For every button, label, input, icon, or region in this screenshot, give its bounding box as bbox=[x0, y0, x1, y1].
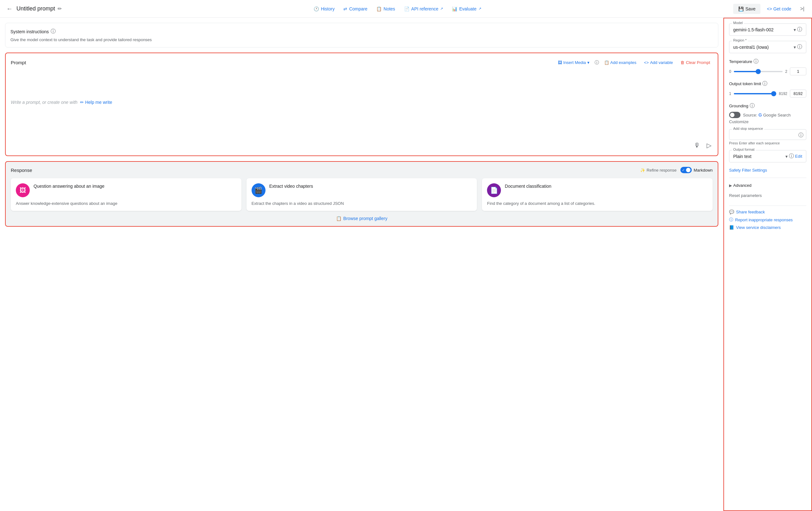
grounding-section: Grounding ⓘ Source: G Google Search Cust… bbox=[729, 103, 806, 124]
api-reference-label: API reference bbox=[411, 6, 439, 11]
share-feedback-link[interactable]: 💬 Share feedback bbox=[729, 209, 806, 214]
model-select[interactable]: gemini-1.5-flash-002 bbox=[733, 27, 792, 32]
customize-link[interactable]: Customize bbox=[729, 119, 806, 124]
help-me-write-button[interactable]: ✏ Help me write bbox=[80, 100, 112, 105]
output-token-min: 1 bbox=[729, 91, 731, 96]
clear-prompt-label: Clear Prompt bbox=[686, 60, 710, 65]
response-section: Response ✨ Refine response ✓ Markdown bbox=[5, 161, 718, 227]
temperature-help-icon[interactable]: ⓘ bbox=[753, 58, 758, 65]
back-button[interactable]: ← bbox=[5, 4, 14, 13]
temperature-value: 1 bbox=[790, 67, 806, 75]
model-help-icon[interactable]: ⓘ bbox=[797, 26, 802, 33]
markdown-label: Markdown bbox=[694, 168, 713, 173]
header-right: 💾 Save <> Get code >| bbox=[733, 3, 807, 14]
stop-seq-field-group: Add stop sequence ⓘ bbox=[729, 129, 806, 140]
markdown-toggle-label[interactable]: ✓ Markdown bbox=[680, 167, 713, 173]
safety-filter-link[interactable]: Safety Filter Settings bbox=[729, 168, 767, 173]
collapse-button[interactable]: >| bbox=[798, 3, 807, 14]
card-doc-classification-top: 📄 Document classification bbox=[487, 183, 707, 197]
divider-1 bbox=[729, 178, 806, 178]
nav-history[interactable]: 🕐 History bbox=[310, 4, 339, 14]
nav-notes[interactable]: 📋 Notes bbox=[373, 4, 399, 14]
browse-gallery-button[interactable]: 📋 Browse prompt gallery bbox=[336, 216, 387, 221]
nav-api-reference[interactable]: 📄 API reference ↗ bbox=[400, 4, 447, 14]
prompt-section: Prompt 🖼 Insert Media ▾ ⓘ 📋 Add examples… bbox=[5, 53, 718, 156]
microphone-icon: 🎙 bbox=[694, 142, 700, 149]
add-examples-button[interactable]: 📋 Add examples bbox=[602, 58, 639, 67]
add-variable-button[interactable]: <> Add variable bbox=[641, 58, 675, 67]
card-doc-classification-title: Document classification bbox=[505, 183, 551, 190]
model-field: Model gemini-1.5-flash-002 ▾ ⓘ bbox=[729, 23, 806, 36]
response-title: Response bbox=[11, 168, 640, 173]
refine-label: Refine response bbox=[646, 168, 676, 173]
add-variable-label: Add variable bbox=[650, 60, 673, 65]
region-select[interactable]: us-central1 (Iowa) bbox=[733, 45, 792, 50]
google-g-icon: G bbox=[758, 112, 762, 117]
save-button[interactable]: 💾 Save bbox=[733, 4, 761, 14]
browse-gallery-icon: 📋 bbox=[336, 216, 342, 221]
response-actions: ✨ Refine response ✓ Markdown bbox=[640, 167, 713, 173]
grounding-source-name: Google Search bbox=[763, 113, 791, 117]
send-button[interactable]: ▷ bbox=[705, 140, 713, 150]
stop-seq-label: Add stop sequence bbox=[732, 126, 764, 131]
region-row: us-central1 (Iowa) ▾ ⓘ bbox=[733, 44, 802, 50]
output-token-slider[interactable] bbox=[734, 93, 777, 94]
share-feedback-icon: 💬 bbox=[729, 209, 734, 214]
report-inappropriate-label: Report inappropriate responses bbox=[735, 218, 793, 222]
card-qa-image-top: 🖼 Question answering about an image bbox=[16, 183, 236, 197]
temperature-min: 0 bbox=[729, 69, 731, 74]
insert-media-label: Insert Media bbox=[563, 60, 586, 65]
microphone-button[interactable]: 🎙 bbox=[693, 140, 701, 150]
page-title: Untitled prompt bbox=[17, 5, 55, 12]
get-code-button[interactable]: <> Get code bbox=[763, 4, 795, 14]
grounding-toggle[interactable] bbox=[729, 112, 741, 118]
trash-icon: 🗑 bbox=[680, 60, 685, 65]
stop-sequence-field: Add stop sequence ⓘ Press Enter after ea… bbox=[729, 129, 806, 145]
output-format-dropdown-icon: ▾ bbox=[785, 154, 788, 159]
report-inappropriate-icon: ⓘ bbox=[729, 217, 733, 223]
model-field-group: Model gemini-1.5-flash-002 ▾ ⓘ bbox=[729, 23, 806, 36]
output-format-label: Output format bbox=[732, 147, 756, 151]
edit-title-icon[interactable]: ✏ bbox=[58, 6, 62, 12]
output-format-select[interactable]: Plain text bbox=[733, 154, 784, 159]
notes-label: Notes bbox=[383, 6, 395, 11]
card-video-chapters[interactable]: 🎬 Extract video chapters Extract the cha… bbox=[246, 178, 477, 211]
evaluate-external-icon: ↗ bbox=[478, 7, 481, 11]
nav-compare[interactable]: ⇄ Compare bbox=[340, 4, 371, 14]
reset-parameters-link[interactable]: Reset parameters bbox=[729, 193, 762, 198]
card-qa-image[interactable]: 🖼 Question answering about an image Answ… bbox=[11, 178, 241, 211]
pencil-icon: ✏ bbox=[80, 100, 84, 105]
advanced-row[interactable]: ▶ Advanced bbox=[729, 183, 806, 188]
region-help-icon[interactable]: ⓘ bbox=[797, 44, 802, 50]
report-inappropriate-link[interactable]: ⓘ Report inappropriate responses bbox=[729, 217, 806, 223]
edit-output-format-link[interactable]: Edit bbox=[795, 154, 802, 159]
view-disclaimers-link[interactable]: 📘 View service disclaimers bbox=[729, 225, 806, 230]
add-examples-icon: 📋 bbox=[604, 60, 609, 65]
output-token-help-icon[interactable]: ⓘ bbox=[762, 80, 767, 87]
insert-media-help-icon[interactable]: ⓘ bbox=[594, 60, 599, 65]
system-instructions-description: Give the model context to understand the… bbox=[10, 37, 713, 42]
prompt-area[interactable]: Write a prompt, or create one with ✏ Hel… bbox=[11, 70, 713, 134]
grounding-source: Source: G Google Search bbox=[743, 112, 790, 117]
system-instructions-section: System instructions ⓘ Give the model con… bbox=[5, 23, 718, 48]
insert-media-icon: 🖼 bbox=[558, 60, 562, 65]
refine-response-button[interactable]: ✨ Refine response bbox=[640, 168, 676, 173]
prompt-placeholder: Write a prompt, or create one with ✏ Hel… bbox=[11, 70, 713, 134]
suggestion-cards: 🖼 Question answering about an image Answ… bbox=[11, 178, 713, 211]
system-instructions-help-icon[interactable]: ⓘ bbox=[51, 28, 56, 35]
save-icon: 💾 bbox=[738, 6, 744, 11]
markdown-toggle[interactable]: ✓ bbox=[680, 167, 692, 173]
temperature-slider[interactable] bbox=[734, 71, 783, 72]
card-doc-classification[interactable]: 📄 Document classification Find the categ… bbox=[482, 178, 713, 211]
card-doc-classification-desc: Find the category of a document among a … bbox=[487, 201, 707, 206]
nav-evaluate[interactable]: 📊 Evaluate ↗ bbox=[448, 4, 485, 14]
stop-seq-input[interactable] bbox=[733, 132, 794, 137]
clear-prompt-button[interactable]: 🗑 Clear Prompt bbox=[678, 58, 713, 67]
output-format-help-icon[interactable]: ⓘ bbox=[789, 153, 794, 160]
header-left: ← Untitled prompt ✏ bbox=[5, 4, 62, 13]
insert-media-button[interactable]: 🖼 Insert Media ▾ bbox=[555, 58, 592, 67]
stop-seq-help-icon[interactable]: ⓘ bbox=[799, 132, 804, 139]
view-disclaimers-icon: 📘 bbox=[729, 225, 734, 230]
grounding-help-icon[interactable]: ⓘ bbox=[750, 103, 755, 109]
temperature-label: Temperature ⓘ bbox=[729, 58, 806, 65]
